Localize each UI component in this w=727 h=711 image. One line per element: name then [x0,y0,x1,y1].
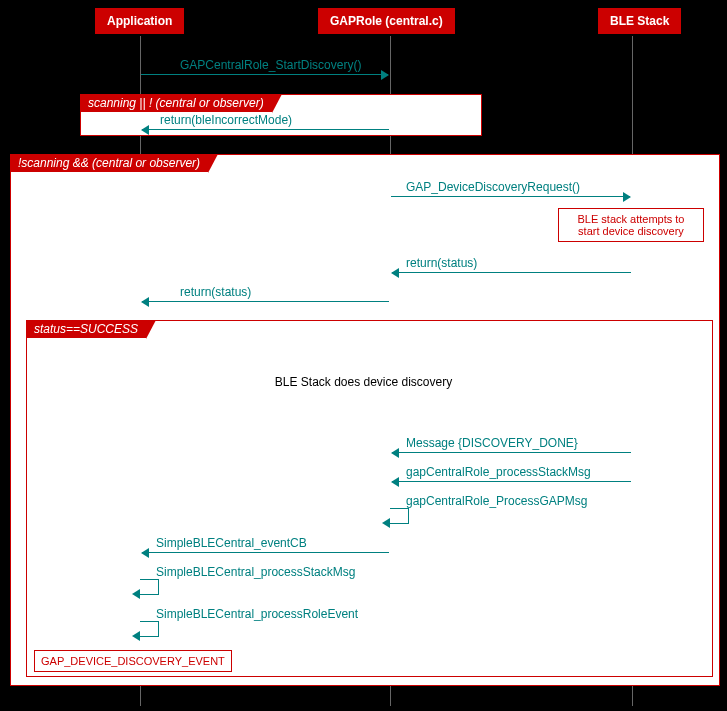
arrow [142,129,389,130]
participant-application: Application [95,8,184,34]
msg-sbc-process-stack: SimpleBLECentral_processStackMsg [156,565,355,579]
msg-process-stack: gapCentralRole_processStackMsg [406,465,591,479]
arrow [142,301,389,302]
participant-blestack: BLE Stack [598,8,681,34]
msg-return-incorrect: return(bleIncorrectMode) [160,113,292,127]
msg-return-status-2: return(status) [180,285,251,299]
msg-start-discovery: GAPCentralRole_StartDiscovery() [180,58,361,72]
sequence-diagram: Application GAPRole (central.c) BLE Stac… [0,0,727,711]
note-gap-event: GAP_DEVICE_DISCOVERY_EVENT [34,650,232,672]
self-arrow [390,508,409,524]
divider-discovery: BLE Stack does device discovery [0,375,727,389]
participant-gaprole: GAPRole (central.c) [318,8,455,34]
arrow [392,452,631,453]
arrow [141,74,388,75]
group-label-success: status==SUCCESS [26,320,146,338]
note-attempts: BLE stack attempts tostart device discov… [558,208,704,242]
group-label-scanning: scanning || ! (central or observer) [80,94,272,112]
arrow [392,272,631,273]
msg-process-gap: gapCentralRole_ProcessGAPMsg [406,494,587,508]
group-success [26,320,713,677]
msg-return-status-1: return(status) [406,256,477,270]
self-arrow [140,579,159,595]
msg-event-cb: SimpleBLECentral_eventCB [156,536,307,550]
arrow [391,196,630,197]
note-line2: start device discovery [578,225,684,237]
arrow [392,481,631,482]
arrow [142,552,389,553]
msg-discovery-request: GAP_DeviceDiscoveryRequest() [406,180,580,194]
note-line1: BLE stack attempts to [578,213,685,225]
msg-discovery-done: Message {DISCOVERY_DONE} [406,436,578,450]
self-arrow [140,621,159,637]
msg-sbc-process-role: SimpleBLECentral_processRoleEvent [156,607,358,621]
group-label-not-scanning: !scanning && (central or observer) [10,154,208,172]
